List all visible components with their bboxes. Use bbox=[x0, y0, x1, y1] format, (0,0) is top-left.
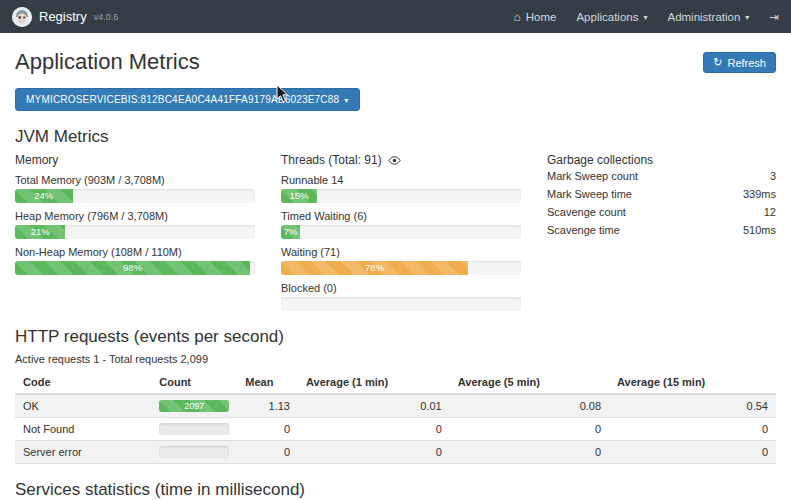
gc-column: Garbage collections Mark Sweep count 3 M… bbox=[547, 153, 776, 311]
progress-track: 98% bbox=[15, 261, 255, 275]
column-header: Code bbox=[15, 371, 151, 394]
metric-heap-memory: Heap Memory (796M / 3,708M) 21% bbox=[15, 210, 255, 239]
count-cell bbox=[151, 441, 237, 464]
avg5-cell: 0 bbox=[450, 418, 609, 441]
column-header: Average (5 min) bbox=[450, 371, 609, 394]
table-row: OK 2097 1.13 0.01 0.08 0.54 bbox=[15, 394, 776, 418]
mean-cell: 1.13 bbox=[237, 394, 298, 418]
gc-label: Scavenge time bbox=[547, 224, 620, 236]
metric-total-memory: Total Memory (903M / 3,708M) 24% bbox=[15, 174, 255, 203]
navbar-menu: ⌂ Home Applications ▾ Administration ▾ ⇥ bbox=[514, 10, 780, 24]
registry-logo-icon bbox=[12, 7, 32, 27]
chevron-down-icon: ▾ bbox=[344, 96, 348, 105]
memory-column: Memory Total Memory (903M / 3,708M) 24% … bbox=[15, 153, 255, 311]
chevron-down-icon: ▾ bbox=[745, 13, 749, 22]
progress-fill: 21% bbox=[15, 225, 65, 239]
http-requests-table: Code Count Mean Average (1 min) Average … bbox=[15, 371, 776, 464]
metric-blocked: Blocked (0) bbox=[281, 282, 521, 311]
sign-out-icon[interactable]: ⇥ bbox=[769, 10, 779, 24]
column-header: Count bbox=[151, 371, 237, 394]
metric-label: Runnable 14 bbox=[281, 174, 521, 186]
metric-label: Heap Memory (796M / 3,708M) bbox=[15, 210, 255, 222]
progress-fill: 78% bbox=[281, 261, 468, 275]
memory-title: Memory bbox=[15, 153, 255, 167]
avg1-cell: 0 bbox=[298, 441, 450, 464]
nav-home[interactable]: ⌂ Home bbox=[514, 10, 557, 24]
http-requests-title: HTTP requests (events per second) bbox=[15, 327, 776, 347]
progress-track: 7% bbox=[281, 225, 521, 239]
avg5-cell: 0 bbox=[450, 441, 609, 464]
table-header-row: Code Count Mean Average (1 min) Average … bbox=[15, 371, 776, 394]
count-cell bbox=[151, 418, 237, 441]
code-cell: Server error bbox=[15, 441, 151, 464]
code-cell: OK bbox=[15, 394, 151, 418]
metric-label: Non-Heap Memory (108M / 110M) bbox=[15, 246, 255, 258]
metric-waiting: Waiting (71) 78% bbox=[281, 246, 521, 275]
registry-metrics-screen: Registry v4.0.6 ⌂ Home Applications ▾ Ad… bbox=[0, 0, 791, 500]
metric-label: Waiting (71) bbox=[281, 246, 521, 258]
progress-fill: 24% bbox=[15, 189, 73, 203]
nav-applications[interactable]: Applications ▾ bbox=[576, 11, 647, 23]
main-content: Application Metrics ↻ Refresh MYMICROSER… bbox=[0, 33, 791, 500]
metric-label: Total Memory (903M / 3,708M) bbox=[15, 174, 255, 186]
gc-label: Mark Sweep time bbox=[547, 188, 632, 200]
metric-label: Timed Waiting (6) bbox=[281, 210, 521, 222]
avg15-cell: 0 bbox=[609, 441, 776, 464]
brand-name: Registry bbox=[39, 9, 87, 24]
metric-nonheap-memory: Non-Heap Memory (108M / 110M) 98% bbox=[15, 246, 255, 275]
progress-track: 24% bbox=[15, 189, 255, 203]
http-requests-subtitle: Active requests 1 - Total requests 2,099 bbox=[15, 353, 776, 365]
instance-selector-label: MYMICROSERVICEBIS:812BC4EA0C4A41FFA9179A… bbox=[26, 94, 339, 105]
code-cell: Not Found bbox=[15, 418, 151, 441]
threads-title: Threads (Total: 91) bbox=[281, 153, 382, 167]
mean-cell: 0 bbox=[237, 418, 298, 441]
nav-administration[interactable]: Administration ▾ bbox=[667, 11, 749, 23]
progress-track: 15% bbox=[281, 189, 521, 203]
gc-row: Mark Sweep count 3 bbox=[547, 167, 776, 185]
chevron-down-icon: ▾ bbox=[643, 13, 647, 22]
brand-version: v4.0.6 bbox=[94, 12, 119, 22]
metric-runnable: Runnable 14 15% bbox=[281, 174, 521, 203]
progress-track bbox=[159, 446, 229, 458]
eye-icon[interactable] bbox=[388, 156, 401, 165]
services-statistics-title: Services statistics (time in millisecond… bbox=[15, 480, 776, 500]
table-row: Server error 0 0 0 0 bbox=[15, 441, 776, 464]
gc-title: Garbage collections bbox=[547, 153, 776, 167]
progress-track: 21% bbox=[15, 225, 255, 239]
gc-value: 510ms bbox=[743, 224, 776, 236]
avg1-cell: 0 bbox=[298, 418, 450, 441]
progress-track bbox=[159, 423, 229, 435]
refresh-icon: ↻ bbox=[713, 56, 722, 69]
count-cell: 2097 bbox=[151, 394, 237, 418]
avg15-cell: 0.54 bbox=[609, 394, 776, 418]
metric-label: Blocked (0) bbox=[281, 282, 521, 294]
gc-value: 339ms bbox=[743, 188, 776, 200]
mean-cell: 0 bbox=[237, 441, 298, 464]
gc-value: 12 bbox=[764, 206, 776, 218]
column-header: Average (1 min) bbox=[298, 371, 450, 394]
threads-column: Threads (Total: 91) Runnable 14 15% bbox=[281, 153, 521, 311]
progress-fill: 2097 bbox=[159, 400, 229, 412]
progress-track: 2097 bbox=[159, 400, 229, 412]
top-navbar: Registry v4.0.6 ⌂ Home Applications ▾ Ad… bbox=[0, 0, 791, 33]
gc-row: Mark Sweep time 339ms bbox=[547, 185, 776, 203]
avg1-cell: 0.01 bbox=[298, 394, 450, 418]
progress-track: 78% bbox=[281, 261, 521, 275]
metric-timed-waiting: Timed Waiting (6) 7% bbox=[281, 210, 521, 239]
progress-fill: 98% bbox=[15, 261, 250, 275]
progress-fill: 15% bbox=[281, 189, 317, 203]
instance-selector-dropdown[interactable]: MYMICROSERVICEBIS:812BC4EA0C4A41FFA9179A… bbox=[15, 88, 360, 111]
brand-link[interactable]: Registry v4.0.6 bbox=[12, 7, 118, 27]
jvm-metrics-title: JVM Metrics bbox=[15, 127, 776, 147]
refresh-label: Refresh bbox=[727, 57, 766, 69]
progress-fill: 7% bbox=[281, 225, 300, 239]
home-icon: ⌂ bbox=[514, 10, 521, 24]
nav-home-label: Home bbox=[526, 11, 557, 23]
table-row: Not Found 0 0 0 0 bbox=[15, 418, 776, 441]
avg15-cell: 0 bbox=[609, 418, 776, 441]
column-header: Mean bbox=[237, 371, 298, 394]
nav-applications-label: Applications bbox=[576, 11, 638, 23]
nav-administration-label: Administration bbox=[667, 11, 740, 23]
gc-row: Scavenge count 12 bbox=[547, 203, 776, 221]
refresh-button[interactable]: ↻ Refresh bbox=[703, 52, 776, 73]
